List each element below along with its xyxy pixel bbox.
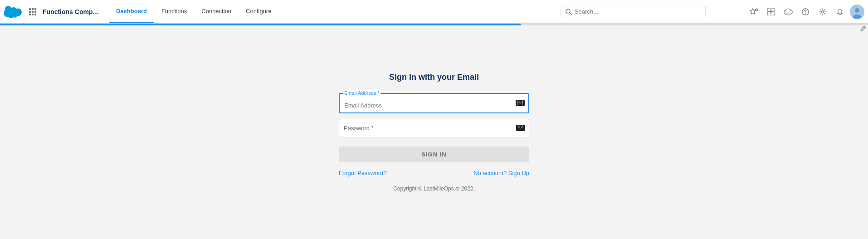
copyright: Copyright © LastMileOps.ai 2022. — [393, 185, 475, 192]
search-container — [520, 6, 746, 17]
signin-title: Sign in with your Email — [389, 73, 479, 82]
email-label: Email Address * — [343, 90, 380, 96]
svg-point-17 — [805, 13, 805, 14]
settings-icon[interactable] — [815, 5, 830, 19]
email-field-group: Email Address * — [339, 93, 529, 113]
salesforce-logo[interactable] — [4, 5, 22, 18]
main-content: Sign in with your Email Email Address * … — [0, 25, 868, 239]
nav-tabs: Dashboard Functions Connection Configure — [109, 0, 520, 23]
signin-button[interactable]: SIGN IN — [339, 146, 529, 162]
svg-rect-6 — [29, 14, 31, 15]
help-icon[interactable] — [798, 5, 813, 19]
app-launcher-icon[interactable] — [25, 5, 40, 19]
nav-tab-functions[interactable]: Functions — [154, 0, 194, 23]
search-input[interactable] — [575, 8, 701, 15]
signup-link[interactable]: No account? Sign Up — [473, 170, 529, 176]
svg-line-22 — [863, 27, 865, 29]
links-row: Forgot Password? No account? Sign Up — [339, 170, 529, 176]
svg-rect-4 — [32, 11, 34, 13]
password-field-group: Password * — [339, 119, 529, 137]
app-name: Functions Compani... — [43, 8, 102, 15]
search-box[interactable] — [561, 6, 706, 17]
svg-marker-11 — [750, 9, 756, 14]
email-autofill-icon — [516, 100, 525, 106]
avatar[interactable] — [850, 5, 864, 19]
search-icon — [566, 9, 572, 15]
email-field-wrapper: Email Address * — [339, 93, 529, 113]
nav-right-icons — [746, 5, 864, 19]
nav-tab-configure[interactable]: Configure — [239, 0, 278, 23]
signin-container: Sign in with your Email Email Address * … — [339, 73, 529, 192]
forgot-password-link[interactable]: Forgot Password? — [339, 170, 387, 176]
cloud-icon[interactable] — [781, 5, 795, 19]
nav-tab-connection[interactable]: Connection — [194, 0, 239, 23]
email-input[interactable] — [344, 98, 498, 109]
nav-tab-dashboard[interactable]: Dashboard — [109, 0, 154, 23]
svg-point-18 — [822, 10, 824, 13]
password-autofill-icon — [516, 125, 525, 131]
svg-rect-2 — [34, 8, 36, 10]
svg-line-10 — [570, 13, 571, 15]
svg-rect-5 — [34, 11, 36, 13]
svg-rect-3 — [29, 11, 31, 13]
svg-point-20 — [855, 8, 859, 13]
favorites-icon[interactable] — [746, 5, 761, 19]
password-field-wrapper: Password * — [339, 119, 529, 137]
password-label: Password * — [344, 123, 512, 133]
svg-rect-7 — [32, 14, 34, 15]
svg-rect-8 — [34, 14, 36, 15]
top-nav: Functions Compani... Dashboard Functions… — [0, 0, 868, 24]
edit-page-icon[interactable] — [860, 25, 866, 33]
svg-rect-14 — [768, 11, 774, 12]
notifications-icon[interactable] — [833, 5, 847, 19]
svg-rect-0 — [29, 8, 31, 10]
svg-rect-1 — [32, 8, 34, 10]
add-icon[interactable] — [764, 5, 778, 19]
